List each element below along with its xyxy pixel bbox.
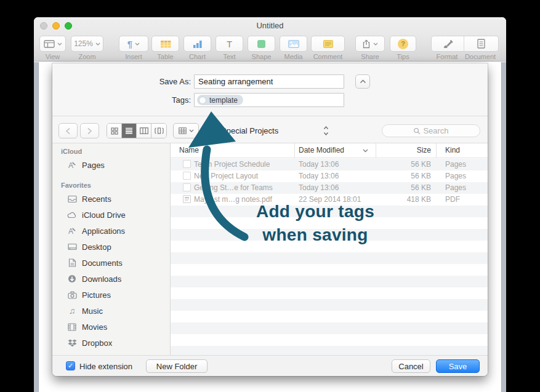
expand-sheet-button[interactable] bbox=[355, 74, 370, 89]
toolbar-item-label: View bbox=[39, 53, 66, 60]
file-row[interactable]: Getting St…e for Teams Today 13:06 56 KB… bbox=[171, 182, 488, 194]
table-button[interactable] bbox=[151, 36, 179, 52]
view-button[interactable] bbox=[39, 36, 66, 52]
toolbar-item-label: Chart bbox=[183, 53, 211, 60]
file-date: Today 13:06 bbox=[299, 183, 339, 192]
sidebar-item-pictures[interactable]: Pictures bbox=[52, 287, 170, 303]
file-name: Team Project Schedule bbox=[194, 160, 270, 169]
window-title: Untitled bbox=[34, 17, 506, 34]
toolbar-media: Media bbox=[280, 36, 307, 60]
checkmark-icon: ✓ bbox=[68, 362, 73, 369]
pictures-icon bbox=[67, 291, 77, 299]
file-date: Today 13:06 bbox=[299, 172, 339, 180]
sidebar-item-music[interactable]: ♫ Music bbox=[52, 303, 170, 319]
pages-file-icon bbox=[183, 172, 191, 180]
sidebar-item-applications[interactable]: A Applications bbox=[52, 223, 170, 239]
cancel-button[interactable]: Cancel bbox=[392, 359, 430, 373]
insert-button[interactable]: ¶ bbox=[119, 36, 148, 52]
document-button[interactable] bbox=[464, 36, 498, 51]
sidebar-item-movies[interactable]: Movies bbox=[52, 319, 170, 335]
forward-button[interactable] bbox=[80, 123, 99, 138]
hide-extension-label: Hide extension bbox=[79, 362, 132, 371]
tag-name: template bbox=[209, 96, 238, 105]
chevron-down-icon bbox=[373, 42, 378, 46]
chart-icon bbox=[193, 40, 203, 48]
coverflow-view-icon bbox=[155, 127, 164, 134]
sidebar-item-recents[interactable]: Recents bbox=[52, 191, 170, 207]
arrange-button[interactable] bbox=[173, 123, 199, 138]
column-header-name[interactable]: Name bbox=[179, 146, 199, 154]
save-as-input[interactable] bbox=[194, 74, 344, 89]
popup-updown-chevrons-icon[interactable] bbox=[323, 126, 329, 136]
sidebar-item-label: Documents bbox=[82, 258, 123, 268]
zoom-window-button[interactable] bbox=[65, 22, 72, 30]
sort-chevron-icon bbox=[363, 149, 368, 153]
search-placeholder: Search bbox=[423, 126, 448, 135]
media-button[interactable] bbox=[280, 36, 307, 52]
recents-icon bbox=[67, 195, 77, 203]
location-popup[interactable]: Special Projects bbox=[208, 123, 278, 138]
list-view-button[interactable] bbox=[122, 124, 137, 138]
chevron-down-icon bbox=[57, 42, 62, 46]
zoom-level-button[interactable]: 125% bbox=[71, 36, 103, 52]
file-kind: Pages bbox=[445, 183, 466, 192]
annotation-line1: Add your tags bbox=[223, 200, 408, 223]
sidebar-item-desktop[interactable]: Desktop bbox=[52, 239, 170, 255]
column-header-date-modified[interactable]: Date Modified bbox=[299, 146, 344, 154]
share-button[interactable] bbox=[355, 36, 385, 52]
close-button[interactable] bbox=[40, 22, 47, 30]
column-view-button[interactable] bbox=[137, 124, 151, 138]
tag-pill[interactable]: template bbox=[197, 95, 243, 105]
toolbar-view: View bbox=[39, 36, 66, 60]
sidebar-item-downloads[interactable]: Downloads bbox=[52, 271, 170, 287]
sidebar-item-label: Applications bbox=[82, 226, 125, 236]
hide-extension-checkbox[interactable]: ✓ bbox=[66, 361, 75, 370]
file-size: 56 KB bbox=[377, 160, 431, 169]
format-button[interactable] bbox=[432, 36, 464, 51]
tags-input[interactable]: template bbox=[194, 93, 344, 107]
shape-button[interactable] bbox=[248, 36, 275, 52]
coverflow-view-button[interactable] bbox=[151, 124, 166, 138]
file-kind: Pages bbox=[445, 172, 466, 180]
document-canvas-left-strip bbox=[34, 62, 39, 392]
column-header-kind[interactable]: Kind bbox=[445, 146, 460, 154]
toolbar-text: T Text bbox=[216, 36, 243, 60]
desktop-icon bbox=[67, 243, 77, 251]
save-button[interactable]: Save bbox=[436, 359, 480, 373]
toolbar-item-label: Table bbox=[151, 53, 179, 60]
sidebar-item-dropbox[interactable]: Dropbox bbox=[52, 335, 170, 351]
column-view-icon bbox=[140, 127, 148, 134]
back-button[interactable] bbox=[58, 123, 78, 138]
column-divider bbox=[294, 143, 295, 158]
toolbar-item-label: Comment bbox=[311, 53, 345, 60]
downloads-icon bbox=[67, 274, 77, 283]
file-name: New Project Layout bbox=[194, 172, 258, 180]
save-dialog-sheet: Save As: Tags: template bbox=[52, 63, 488, 376]
chart-button[interactable] bbox=[183, 36, 211, 52]
chevron-down-icon bbox=[135, 42, 140, 46]
tips-icon: ? bbox=[398, 39, 408, 49]
tips-button[interactable]: ? bbox=[390, 36, 416, 52]
toolbar-tips: ? Tips bbox=[390, 36, 416, 60]
documents-icon bbox=[67, 258, 77, 267]
file-kind: Pages bbox=[445, 160, 466, 169]
music-icon: ♫ bbox=[67, 306, 77, 316]
pdf-file-icon bbox=[183, 195, 191, 203]
sidebar-item-documents[interactable]: Documents bbox=[52, 255, 170, 271]
new-folder-button[interactable]: New Folder bbox=[146, 359, 208, 373]
sidebar-item-label: iCloud Drive bbox=[82, 210, 126, 220]
comment-button[interactable] bbox=[311, 36, 345, 52]
text-tool-button[interactable]: T bbox=[216, 36, 243, 52]
file-row[interactable]: New Project Layout Today 13:06 56 KB Pag… bbox=[171, 170, 488, 182]
location-name: Special Projects bbox=[221, 126, 278, 135]
file-rows: Team Project Schedule Today 13:06 56 KB … bbox=[171, 159, 488, 355]
file-row[interactable]: Team Project Schedule Today 13:06 56 KB … bbox=[171, 159, 488, 170]
window-chrome: Untitled View 125% Zoom bbox=[34, 17, 506, 62]
sidebar: iCloud A Pages Favorites Recents iCloud … bbox=[52, 143, 171, 355]
minimize-button[interactable] bbox=[52, 22, 60, 30]
icon-view-button[interactable] bbox=[107, 124, 122, 138]
search-input[interactable]: Search bbox=[382, 124, 480, 137]
column-header-size[interactable]: Size bbox=[377, 146, 431, 154]
sidebar-item-pages[interactable]: A Pages bbox=[52, 157, 170, 173]
sidebar-item-icloud-drive[interactable]: iCloud Drive bbox=[52, 207, 170, 223]
